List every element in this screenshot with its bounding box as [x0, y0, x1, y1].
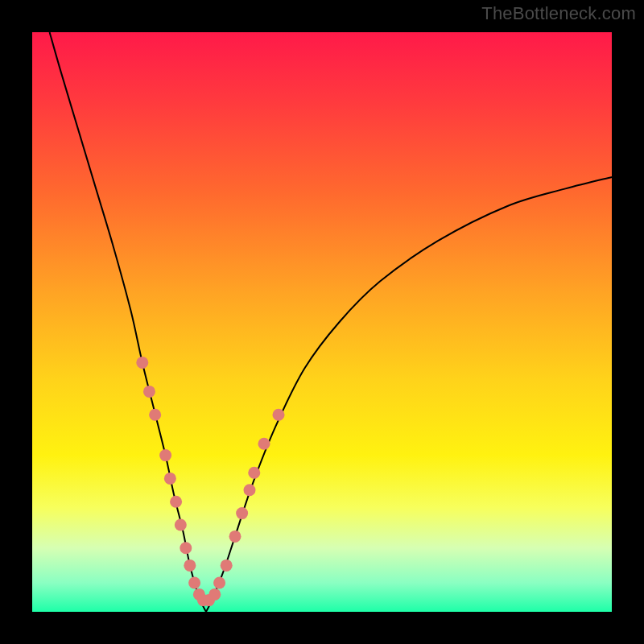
highlight-dot [184, 559, 196, 572]
highlight-dot [248, 467, 260, 479]
highlight-dot [175, 519, 187, 531]
highlight-dot [170, 496, 182, 508]
highlight-dot [236, 507, 248, 519]
highlight-dot [188, 577, 200, 589]
highlight-dot [159, 449, 171, 461]
highlight-dot [229, 530, 242, 543]
highlight-dot [273, 409, 285, 421]
chart-svg [32, 32, 612, 612]
watermark-text: TheBottleneck.com [481, 3, 636, 24]
highlight-dot [143, 386, 155, 398]
highlight-dots-group [136, 357, 284, 606]
highlight-dot [258, 438, 270, 450]
highlight-dot [244, 484, 256, 496]
chart-frame: TheBottleneck.com [0, 0, 644, 644]
highlight-dot [208, 588, 221, 601]
highlight-dot [136, 357, 148, 369]
highlight-dot [149, 409, 161, 421]
right-curve [206, 177, 612, 612]
highlight-dot [180, 542, 192, 554]
highlight-dot [221, 559, 233, 572]
highlight-dot [213, 577, 225, 589]
highlight-dot [164, 473, 176, 485]
